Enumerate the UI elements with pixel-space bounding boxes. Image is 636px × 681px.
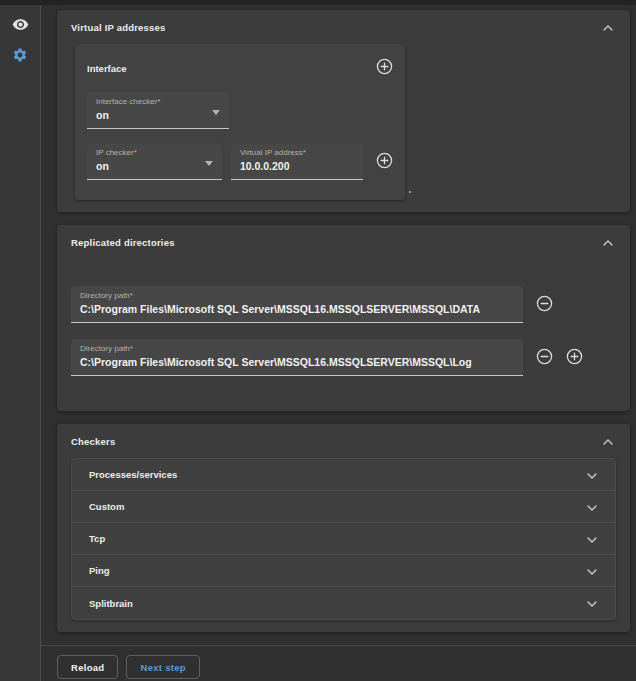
remove-directory-button-2[interactable] bbox=[536, 348, 553, 368]
next-step-button[interactable]: Next step bbox=[126, 655, 199, 679]
section-title-checkers: Checkers bbox=[71, 436, 115, 447]
ip-checker-select[interactable]: IP checker* on bbox=[87, 143, 222, 180]
ip-checker-label: IP checker* bbox=[96, 148, 213, 157]
plus-circle-icon bbox=[566, 348, 583, 368]
checker-item-label: Custom bbox=[89, 501, 124, 512]
section-checkers: Checkers Processes/services Custom bbox=[57, 424, 630, 632]
sidebar bbox=[0, 5, 41, 681]
chevron-down-icon bbox=[586, 594, 598, 612]
interface-card-title: Interface bbox=[87, 63, 127, 74]
add-interface-button[interactable] bbox=[376, 58, 393, 78]
reload-button[interactable]: Reload bbox=[57, 655, 118, 679]
gear-icon bbox=[12, 47, 28, 67]
collapse-virtual-ip-button[interactable] bbox=[600, 20, 616, 35]
directory-path-field-2[interactable]: Directory path* C:\Program Files\Microso… bbox=[71, 339, 523, 376]
add-virtual-ip-button[interactable] bbox=[376, 152, 393, 172]
footer-bar: Reload Next step bbox=[41, 645, 636, 679]
visibility-nav-button[interactable] bbox=[8, 14, 32, 38]
settings-nav-button[interactable] bbox=[8, 45, 32, 69]
directory-path-field-1[interactable]: Directory path* C:\Program Files\Microso… bbox=[71, 286, 523, 323]
checker-item-label: Tcp bbox=[89, 533, 105, 544]
main-content: Virtual IP addresses Interface Interface… bbox=[41, 5, 636, 681]
chevron-up-icon bbox=[602, 434, 614, 449]
collapse-checkers-button[interactable] bbox=[600, 434, 616, 449]
virtual-ip-address-value: 10.0.0.200 bbox=[240, 160, 354, 172]
eye-icon bbox=[12, 16, 29, 37]
plus-circle-icon bbox=[376, 58, 393, 78]
virtual-ip-address-field[interactable]: Virtual IP address* 10.0.0.200 bbox=[231, 143, 363, 180]
ip-checker-value: on bbox=[96, 160, 213, 172]
collapse-replicated-directories-button[interactable] bbox=[600, 235, 616, 250]
checker-item-ping[interactable]: Ping bbox=[72, 555, 615, 587]
checker-item-label: Ping bbox=[89, 565, 110, 576]
plus-circle-icon bbox=[376, 152, 393, 172]
directory-path-value: C:\Program Files\Microsoft SQL Server\MS… bbox=[80, 356, 514, 368]
checker-item-splitbrain[interactable]: Splitbrain bbox=[72, 587, 615, 619]
interface-card: Interface Interface checker* on IP check… bbox=[75, 44, 405, 200]
minus-circle-icon bbox=[536, 348, 553, 368]
virtual-ip-address-label: Virtual IP address* bbox=[240, 148, 354, 157]
directory-row: Directory path* C:\Program Files\Microso… bbox=[71, 339, 616, 376]
directory-path-label: Directory path* bbox=[80, 291, 514, 300]
checkers-accordion: Processes/services Custom Tcp Ping bbox=[71, 458, 616, 620]
interface-checker-select[interactable]: Interface checker* on bbox=[87, 92, 229, 129]
section-title-virtual-ip: Virtual IP addresses bbox=[71, 22, 165, 33]
interface-checker-value: on bbox=[96, 109, 220, 121]
dropdown-arrow-icon bbox=[205, 161, 213, 166]
section-replicated-directories: Replicated directories Directory path* C… bbox=[57, 225, 630, 411]
chevron-down-icon bbox=[586, 530, 598, 548]
checker-item-label: Splitbrain bbox=[89, 598, 133, 609]
directory-path-value: C:\Program Files\Microsoft SQL Server\MS… bbox=[80, 303, 514, 315]
chevron-up-icon bbox=[602, 235, 614, 250]
chevron-down-icon bbox=[586, 466, 598, 484]
add-directory-button[interactable] bbox=[566, 348, 583, 368]
section-virtual-ip-addresses: Virtual IP addresses Interface Interface… bbox=[57, 10, 630, 212]
checker-item-label: Processes/services bbox=[89, 469, 177, 480]
chevron-down-icon bbox=[586, 498, 598, 516]
directory-path-label: Directory path* bbox=[80, 344, 514, 353]
directory-row: Directory path* C:\Program Files\Microso… bbox=[71, 286, 616, 323]
interface-checker-label: Interface checker* bbox=[96, 97, 220, 106]
dropdown-arrow-icon bbox=[212, 110, 220, 115]
checker-item-processes-services[interactable]: Processes/services bbox=[72, 459, 615, 491]
remove-directory-button-1[interactable] bbox=[536, 295, 553, 315]
minus-circle-icon bbox=[536, 295, 553, 315]
chevron-up-icon bbox=[602, 20, 614, 35]
checker-item-custom[interactable]: Custom bbox=[72, 491, 615, 523]
resize-grip-dot bbox=[409, 191, 411, 193]
section-title-replicated-directories: Replicated directories bbox=[71, 237, 175, 248]
chevron-down-icon bbox=[586, 562, 598, 580]
checker-item-tcp[interactable]: Tcp bbox=[72, 523, 615, 555]
